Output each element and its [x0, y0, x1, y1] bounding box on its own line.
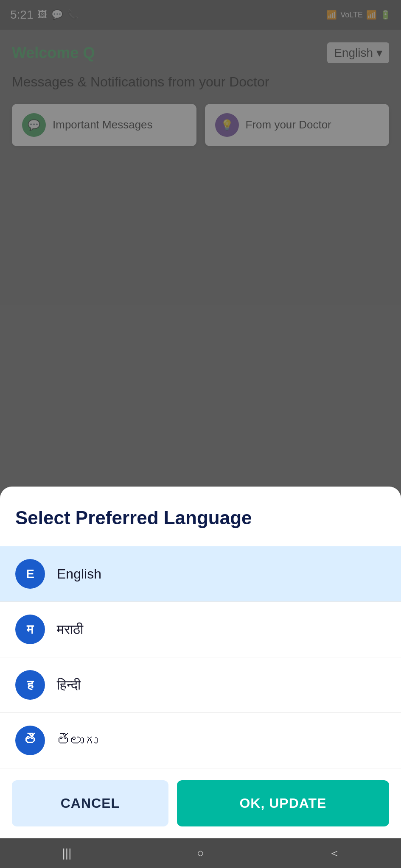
nav-home-icon[interactable]: ○: [188, 840, 213, 866]
language-avatar-telugu: తె: [15, 726, 45, 755]
language-avatar-hindi: ह: [15, 670, 45, 700]
language-item-hindi[interactable]: ह हिन्दी: [0, 657, 401, 713]
language-list: E English म मराठी ह हिन्दी తె తెలుగు: [0, 546, 401, 768]
language-name-telugu: తెలుగు: [57, 733, 98, 748]
language-item-english[interactable]: E English: [0, 546, 401, 602]
language-avatar-english: E: [15, 559, 45, 589]
language-item-marathi[interactable]: म मराठी: [0, 602, 401, 657]
cancel-button[interactable]: CANCEL: [12, 780, 168, 826]
ok-update-button[interactable]: OK, UPDATE: [177, 780, 389, 826]
language-avatar-marathi: म: [15, 615, 45, 644]
language-item-telugu[interactable]: తె తెలుగు: [0, 713, 401, 768]
sheet-title: Select Preferred Language: [0, 507, 401, 546]
language-name-english: English: [57, 566, 101, 582]
nav-back-icon[interactable]: ＜: [322, 840, 347, 866]
bottom-nav: ||| ○ ＜: [0, 838, 401, 868]
language-name-hindi: हिन्दी: [57, 677, 81, 693]
language-name-marathi: मराठी: [57, 622, 83, 637]
nav-recents-icon[interactable]: |||: [54, 840, 80, 866]
sheet-actions: CANCEL OK, UPDATE: [0, 768, 401, 838]
overlay: [0, 0, 401, 305]
language-select-sheet: Select Preferred Language E English म मर…: [0, 487, 401, 838]
